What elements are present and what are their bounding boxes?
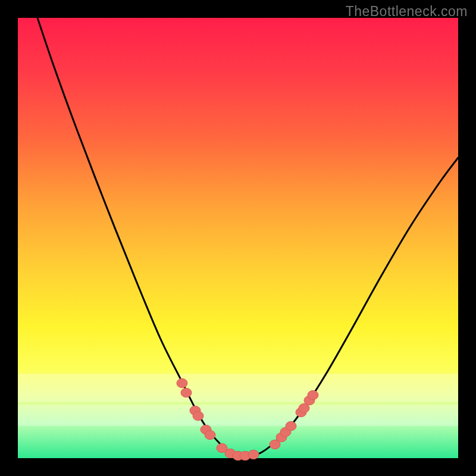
curve-layer [18,18,458,458]
curve-marker [286,421,296,430]
curve-marker [193,411,203,420]
curve-marker [308,390,318,399]
curve-markers [177,378,318,460]
watermark-text: TheBottleneck.com [346,4,468,20]
curve-marker [205,430,215,439]
curve-marker [248,450,259,459]
bottleneck-curve [34,7,458,456]
curve-marker [181,388,192,397]
curve-marker [177,378,187,387]
chart-frame: TheBottleneck.com [0,0,476,476]
